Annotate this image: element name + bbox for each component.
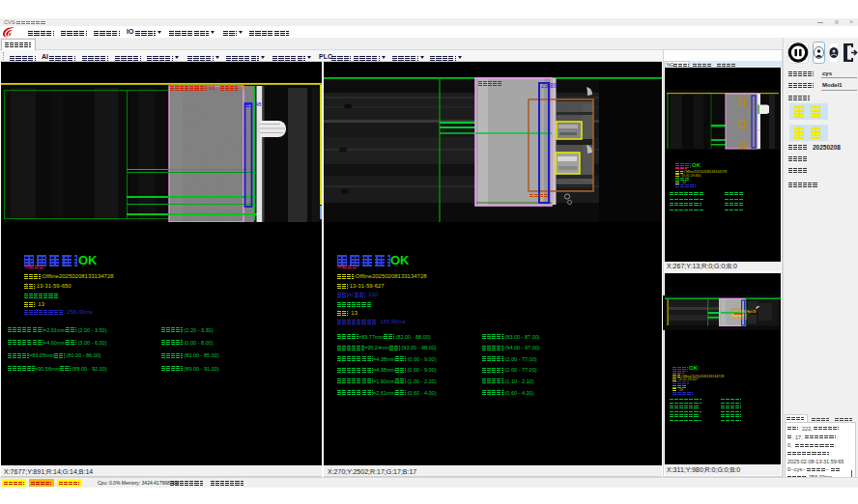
svg-text:13.48 Rg:1.77: 13.48 Rg:1.77 [746, 128, 761, 131]
svg-text:13.40 Rg:0.35: 13.40 Rg:0.35 [740, 310, 757, 314]
svg-text:13.40 Rg:0.38: 13.40 Rg:0.38 [746, 148, 761, 151]
svg-text:13.40 Rg:0.38: 13.40 Rg:0.38 [731, 317, 748, 321]
